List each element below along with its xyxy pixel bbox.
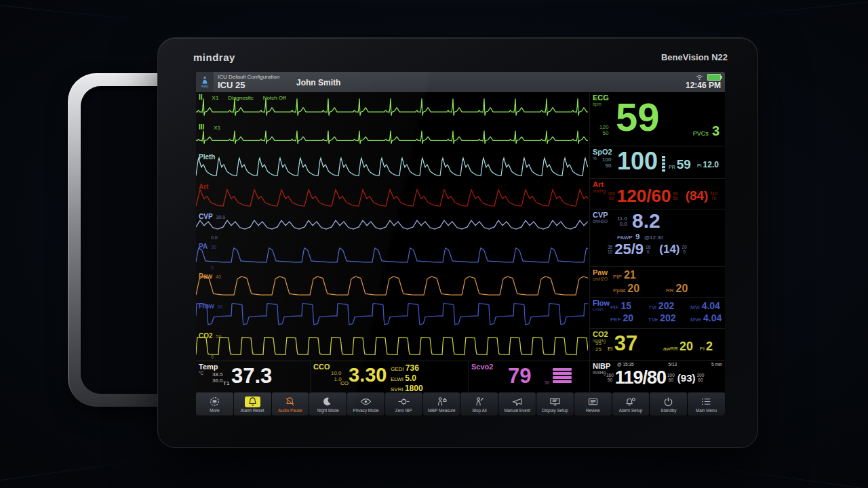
heart-rate-value: 59: [616, 98, 660, 137]
nibp-value: 119/80: [615, 369, 666, 387]
standby-button[interactable]: Standby: [650, 392, 687, 415]
review-button[interactable]: Review: [574, 392, 612, 415]
model-label: BeneVision N22: [661, 52, 728, 62]
co2-limits: 5525: [595, 341, 601, 353]
pa-waveform[interactable]: PA300: [196, 241, 589, 271]
review-label: Review: [586, 408, 600, 413]
flow-wave-label: Flow: [199, 302, 214, 310]
nibp-mean: (93): [677, 372, 696, 384]
cco-value: 3.30: [349, 365, 387, 385]
pa-scale-bottom: 0: [211, 265, 214, 270]
pa-wave-label: PA: [199, 243, 208, 250]
art-wave-label: Art: [199, 183, 208, 190]
ecg-tile[interactable]: ECG bpm 12050 59 PVCs3: [590, 92, 725, 146]
alarm-setup-button[interactable]: Alarm Setup: [612, 392, 650, 415]
night-mode-icon: [321, 396, 334, 407]
temp-limits: 38.536.0: [212, 372, 223, 384]
scvo2-tile[interactable]: Scvo2 79 50: [469, 361, 589, 392]
flow-waveform[interactable]: Flow60: [196, 301, 589, 331]
bed-label: ICU 25: [218, 81, 279, 90]
temp-label: Temp: [199, 363, 218, 371]
art-unit: mmHg: [593, 188, 606, 193]
co2-wave-label: CO2: [199, 332, 213, 340]
scene-background: mindray BeneVision N22 Adu ICU Default C…: [0, 0, 868, 488]
zero-ibp-button[interactable]: Zero IBP: [385, 392, 422, 415]
zero-ibp-icon: [397, 396, 410, 407]
manual-event-label: Manual Event: [504, 408, 530, 413]
audio-pause-icon: [283, 396, 296, 407]
spo2-label: SpO2: [593, 148, 612, 156]
art-tile[interactable]: Art mmHg 16090 120/60 9050 (84) 11070: [590, 179, 725, 209]
main-menu-button[interactable]: Main Menu: [688, 392, 725, 415]
stop-all-button[interactable]: Stop All: [460, 392, 498, 415]
cvp-wave-label: CVP: [199, 213, 213, 220]
scvo2-value: 79: [508, 365, 531, 386]
co2-trace: [196, 331, 588, 361]
patient-category-button[interactable]: Adu: [196, 72, 214, 92]
ecg-ii-waveform[interactable]: IIX1DiagnosticNotch Off: [196, 92, 589, 122]
spo2-value: 100: [617, 149, 658, 174]
main-menu-label: Main Menu: [696, 408, 717, 413]
ecg-ii-wave-label: II: [199, 94, 203, 101]
ecg-limits: 12050: [599, 125, 608, 137]
audio-pause-button[interactable]: Audio Pause: [272, 392, 309, 415]
co-label: CO: [340, 380, 349, 386]
temp-tile[interactable]: Temp °C 38.536.0 T1 37.3: [196, 361, 311, 392]
art-values: 16090 120/60 9050 (84) 11070: [608, 187, 717, 205]
co2-scale-top: 50: [216, 334, 222, 339]
paw-tile[interactable]: Paw cmH2O PIP21 Pplat20 RR20: [590, 267, 725, 297]
pa-values: 3510 25/9 160 (14) 200: [608, 242, 687, 257]
alarm-reset-button[interactable]: Alarm Reset: [234, 392, 271, 415]
perfusion-index: PI 12.0: [697, 160, 719, 169]
cvp-waveform[interactable]: CVP30.00.0: [196, 211, 589, 241]
pa-trace: [196, 241, 588, 271]
co2-waveform[interactable]: CO2500: [196, 331, 589, 361]
ecg-iii-waveform[interactable]: IIIX1: [196, 122, 589, 152]
pvcs-value: PVCs3: [693, 123, 719, 139]
manual-event-button[interactable]: Manual Event: [498, 392, 536, 415]
more-button[interactable]: More: [196, 392, 233, 415]
nibp-tile[interactable]: NIBP mmHg @ 15:355/135 min 16090 119/80 …: [590, 361, 725, 392]
scvo2-label: Scvo2: [471, 363, 493, 371]
privacy-mode-icon: [359, 396, 372, 407]
nibp-values: 16090 119/80 10060 (93) 10060: [606, 369, 704, 387]
display-setup-label: Display Setup: [542, 408, 568, 413]
pa-mean: (14): [659, 243, 679, 256]
co2-tile[interactable]: CO2 mmHg 5525 Et 37 awRR 20 Fi 2: [590, 329, 725, 360]
pleth-waveform[interactable]: Pleth: [196, 152, 589, 182]
battery-icon: [707, 74, 721, 81]
cvp-pa-tile[interactable]: CVP cmH2O 11.00.0 8.2 PAWP 9 @12:30 351: [590, 209, 725, 268]
ecg-unit: bpm: [593, 102, 601, 106]
perfusion-bar-icon: [662, 156, 665, 172]
etco2-value: Et 37: [608, 331, 637, 356]
main-menu-icon: [700, 396, 713, 407]
temp-unit: °C: [199, 371, 203, 375]
paw-waveform[interactable]: Paw40: [196, 271, 589, 301]
nibp-measure-button[interactable]: NIBP Measure: [423, 392, 460, 415]
flow-scale-top: 60: [218, 304, 223, 309]
adult-patient-icon: [201, 76, 209, 84]
cco-tile[interactable]: CCO 10.01.0 CO 3.30 GEDI 736 ELWI 5.0 SV…: [311, 361, 469, 392]
ceiling-line: [1, 5, 163, 22]
system-time[interactable]: 12:46 PM: [686, 81, 721, 92]
temp-value: 37.3: [231, 365, 272, 386]
nibp-unit: mmHg: [593, 370, 606, 375]
nibp-measure-icon: [435, 396, 448, 407]
co2-scale-bottom: 0: [211, 354, 214, 359]
more-icon: [208, 396, 221, 407]
patient-name[interactable]: John Smith: [296, 78, 340, 87]
flow-tile[interactable]: Flow L/min PIF15 TVi202 MVi4.04 PEF20 TV…: [590, 298, 725, 329]
review-icon: [587, 396, 599, 407]
more-label: More: [210, 408, 219, 413]
spo2-tile[interactable]: SpO2 % 10090 100 PR 59 PI 12.0: [590, 146, 725, 179]
bed-info[interactable]: ICU Default Configuration ICU 25: [218, 74, 279, 90]
display-setup-button[interactable]: Display Setup: [536, 392, 574, 415]
night-mode-button[interactable]: Night Mode: [309, 392, 347, 415]
stop-all-label: Stop All: [472, 408, 486, 413]
flow-label: Flow: [593, 299, 610, 307]
temp-site-label: T1: [223, 380, 229, 386]
privacy-mode-button[interactable]: Privacy Mode: [347, 392, 384, 415]
standby-label: Standby: [660, 408, 676, 413]
art-waveform[interactable]: Art: [196, 182, 589, 211]
ecg-iii-annotation: X1: [214, 125, 220, 131]
